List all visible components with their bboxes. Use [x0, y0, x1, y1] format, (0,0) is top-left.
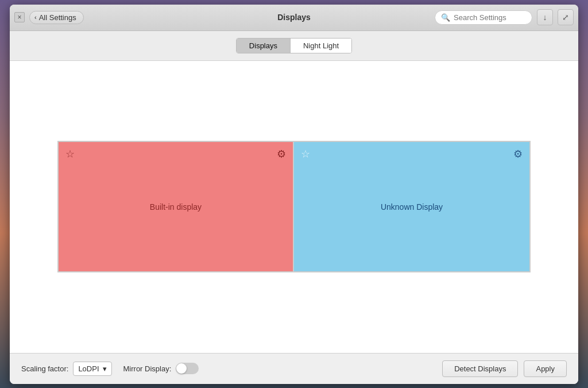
displays-container: ☆ ⚙ Built-in display ☆ ⚙ Unknown Display — [57, 141, 531, 272]
apply-button[interactable]: Apply — [524, 360, 567, 377]
chevron-left-icon: ‹ — [34, 14, 37, 21]
main-content: ☆ ⚙ Built-in display ☆ ⚙ Unknown Display — [10, 61, 578, 353]
dropdown-arrow-icon: ▾ — [103, 364, 107, 373]
builtin-star-icon[interactable]: ☆ — [65, 148, 75, 160]
close-button[interactable]: × — [14, 12, 25, 22]
close-icon: × — [17, 13, 21, 21]
builtin-gear-icon[interactable]: ⚙ — [277, 148, 286, 160]
search-box[interactable]: 🔍 — [435, 10, 532, 25]
footer: Scaling factor: LoDPI ▾ Mirror Display: … — [10, 353, 578, 384]
window-title: Displays — [277, 13, 311, 22]
tab-night-light[interactable]: Night Light — [291, 39, 351, 53]
scaling-label: Scaling factor: — [21, 364, 68, 373]
mirror-label: Mirror Display: — [123, 364, 172, 373]
scaling-group: Scaling factor: LoDPI ▾ — [21, 362, 112, 376]
footer-left: Scaling factor: LoDPI ▾ Mirror Display: — [21, 362, 199, 376]
scaling-select[interactable]: LoDPI ▾ — [73, 362, 111, 376]
tabbar: Displays Night Light — [10, 31, 578, 61]
titlebar-actions: 🔍 ↓ ⤢ — [435, 9, 574, 25]
maximize-button[interactable]: ⤢ — [558, 9, 574, 25]
maximize-icon: ⤢ — [562, 13, 569, 22]
search-input[interactable] — [454, 13, 523, 22]
tab-displays[interactable]: Displays — [237, 39, 291, 53]
toggle-knob — [176, 363, 187, 374]
unknown-display-label: Unknown Display — [381, 202, 443, 212]
display-unknown[interactable]: ☆ ⚙ Unknown Display — [294, 142, 529, 271]
settings-window: × ‹ All Settings Displays 🔍 ↓ ⤢ Displays — [10, 5, 578, 384]
detect-displays-button[interactable]: Detect Displays — [442, 360, 518, 377]
tab-group: Displays Night Light — [236, 38, 352, 53]
builtin-display-label: Built-in display — [150, 202, 202, 212]
mirror-group: Mirror Display: — [123, 363, 199, 374]
back-label: All Settings — [39, 13, 76, 22]
search-icon: 🔍 — [441, 13, 450, 22]
unknown-gear-icon[interactable]: ⚙ — [513, 148, 523, 160]
unknown-star-icon[interactable]: ☆ — [301, 148, 310, 160]
scaling-value: LoDPI — [78, 364, 99, 373]
footer-right: Detect Displays Apply — [442, 360, 567, 377]
back-button[interactable]: ‹ All Settings — [29, 11, 84, 24]
minimize-button[interactable]: ↓ — [537, 9, 553, 25]
display-builtin[interactable]: ☆ ⚙ Built-in display — [59, 142, 294, 271]
mirror-toggle[interactable] — [176, 363, 199, 374]
titlebar: × ‹ All Settings Displays 🔍 ↓ ⤢ — [10, 5, 578, 31]
minimize-icon: ↓ — [543, 13, 547, 22]
